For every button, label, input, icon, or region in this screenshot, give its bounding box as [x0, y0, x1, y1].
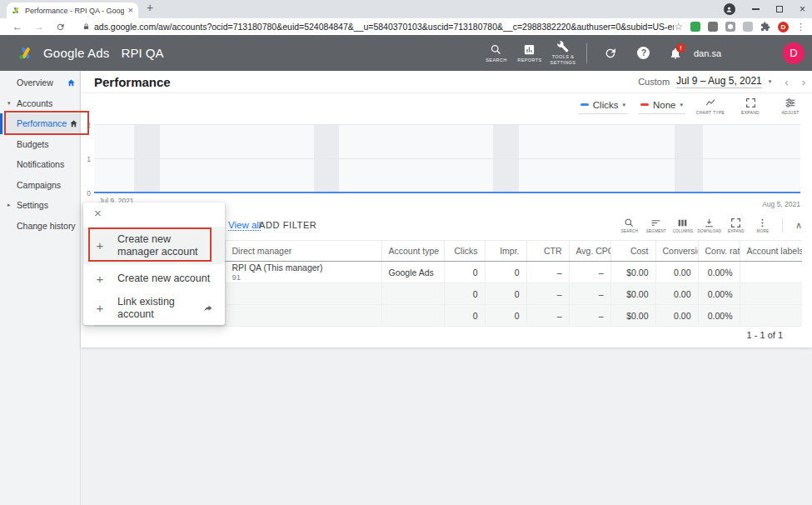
menu-item-link-existing-account[interactable]: + Link existing account [83, 293, 225, 322]
clicks-cell: 0 [444, 262, 485, 283]
column-header[interactable]: Account type [381, 241, 444, 262]
y-axis-tick: 1 [82, 155, 91, 163]
window-close-icon[interactable]: × [800, 4, 805, 14]
series-color-swatch [580, 103, 589, 106]
sidebar-item-overview[interactable]: Overview [0, 72, 80, 93]
next-range-icon[interactable]: › [802, 76, 805, 88]
view-all-link[interactable]: View all [228, 220, 261, 231]
browser-profile-avatar[interactable]: D [778, 22, 789, 32]
account-name[interactable]: RPI QA [122, 46, 164, 60]
column-header[interactable]: Conversions [655, 241, 698, 262]
sidebar-item-settings[interactable]: ▸ Settings [0, 195, 80, 216]
column-header[interactable]: Conv. rate [698, 241, 740, 262]
extension-icon[interactable] [708, 22, 718, 32]
direct-manager-cell [225, 283, 381, 305]
menu-item-create-new-manager-account[interactable]: + Create new manager account [83, 227, 225, 264]
performance-chart: 2 1 0 Jul 9, 2021 Aug 5, 2021 [94, 124, 800, 193]
tab-close-icon[interactable]: × [128, 6, 133, 15]
date-range-mode: Custom [638, 77, 670, 87]
conv-rate-cell: 0.00% [698, 305, 740, 327]
chrome-profile-icon[interactable] [724, 3, 735, 15]
search-button[interactable]: SEARCH [481, 43, 512, 63]
column-header[interactable]: Impr. [485, 241, 526, 262]
segment-button[interactable]: SEGMENT [643, 218, 670, 233]
menu-item-create-new-account[interactable]: + Create new account [83, 264, 225, 293]
user-avatar[interactable]: D [783, 42, 805, 64]
avg-cpc-cell: – [569, 283, 610, 305]
popup-close-icon[interactable]: × [94, 207, 102, 219]
sidebar-item-campaigns[interactable]: Campaigns [0, 175, 80, 196]
forward-arrow-icon [202, 303, 214, 313]
add-filter-button[interactable]: ADD FILTER [259, 220, 316, 230]
caret-down-icon: ▾ [622, 102, 625, 108]
extensions-puzzle-icon[interactable] [760, 22, 770, 32]
column-header[interactable]: CTR [526, 241, 569, 262]
caret-down-icon[interactable]: ▾ [769, 78, 772, 85]
home-icon [69, 119, 78, 128]
extension-icon[interactable] [743, 22, 753, 32]
extension-icon[interactable] [690, 22, 700, 32]
google-ads-logo [17, 45, 35, 62]
browser-menu-icon[interactable]: ⋮ [796, 22, 805, 32]
y-axis-tick: 0 [82, 189, 91, 198]
more-icon [757, 218, 768, 228]
sidebar-item-performance[interactable]: Performance [0, 113, 80, 134]
cost-cell: $0.00 [610, 305, 655, 327]
window-controls: × [724, 0, 805, 18]
column-header[interactable]: Account labels [740, 241, 802, 262]
adjust-icon [785, 98, 796, 108]
prev-range-icon[interactable]: ‹ [785, 76, 788, 88]
expand-chart-button[interactable]: EXPAND [735, 98, 765, 115]
reports-icon [523, 43, 536, 56]
cost-cell: $0.00 [610, 283, 655, 305]
new-tab-button[interactable]: + [147, 1, 153, 14]
date-range-picker[interactable]: Custom Jul 9 – Aug 5, 2021 ▾ ‹ › [638, 75, 805, 88]
conversions-cell: 0.00 [655, 305, 698, 327]
reports-button[interactable]: REPORTS [514, 43, 545, 63]
account-labels-cell [740, 262, 802, 283]
browser-tab[interactable]: Performance - RPI QA - Google A × [7, 2, 138, 18]
wrench-icon [556, 40, 569, 52]
collapse-table-icon[interactable]: ∧ [795, 220, 802, 231]
caret-down-icon: ▾ [7, 100, 11, 107]
conversions-cell: 0.00 [655, 262, 698, 283]
browser-url-bar: ← → ads.google.com/aw/accounts?ocid=7131… [0, 18, 812, 35]
expand-icon [730, 218, 741, 228]
sidebar-item-notifications[interactable]: Notifications [0, 154, 80, 175]
tools-settings-button[interactable]: TOOLS & SETTINGS [547, 40, 579, 66]
avg-cpc-cell: – [569, 262, 610, 283]
restore-icon[interactable] [776, 6, 783, 12]
column-header[interactable]: Avg. CPC [569, 241, 610, 262]
column-header[interactable]: Cost [610, 241, 655, 262]
help-button[interactable]: ? [628, 47, 660, 59]
adjust-button[interactable]: ADJUST [775, 98, 805, 115]
app-header: Google Ads RPI QA SEARCH REPORTS TOOLS &… [0, 35, 812, 71]
date-range-value[interactable]: Jul 9 – Aug 5, 2021 [676, 75, 762, 88]
back-icon[interactable]: ← [12, 21, 22, 32]
chart-type-button[interactable]: CHART TYPE [695, 98, 725, 115]
sidebar-item-accounts[interactable]: ▾ Accounts [0, 93, 80, 114]
url-text[interactable]: ads.google.com/aw/accounts?ocid=71318078… [94, 22, 674, 32]
lock-icon[interactable] [82, 22, 90, 31]
minimize-icon[interactable] [752, 8, 760, 10]
header-actions: SEARCH REPORTS TOOLS & SETTINGS ? ! dan.… [480, 40, 812, 66]
metric-selector-2[interactable]: None ▾ [638, 98, 685, 114]
column-header[interactable]: Clicks [444, 241, 485, 262]
tab-title: Performance - RPI QA - Google A [25, 7, 124, 15]
columns-button[interactable]: COLUMNS [670, 218, 696, 233]
download-button[interactable]: DOWNLOAD [696, 218, 723, 233]
column-header[interactable]: Direct manager [225, 241, 381, 262]
camera-extension-icon[interactable] [725, 22, 735, 32]
forward-icon[interactable]: → [34, 21, 44, 32]
expand-table-button[interactable]: EXPAND [723, 218, 750, 233]
account-type-cell [381, 283, 444, 305]
metric-selector-1[interactable]: Clicks ▾ [578, 98, 628, 114]
more-button[interactable]: MORE [750, 218, 776, 233]
sidebar-item-change-history[interactable]: Change history [0, 216, 80, 237]
refresh-button[interactable] [595, 47, 626, 60]
table-search-button[interactable]: SEARCH [616, 218, 643, 233]
refresh-icon[interactable] [56, 22, 65, 32]
sidebar-item-budgets[interactable]: Budgets [0, 134, 80, 155]
notifications-button[interactable]: ! [669, 47, 682, 60]
bookmark-star-icon[interactable]: ☆ [674, 21, 683, 32]
